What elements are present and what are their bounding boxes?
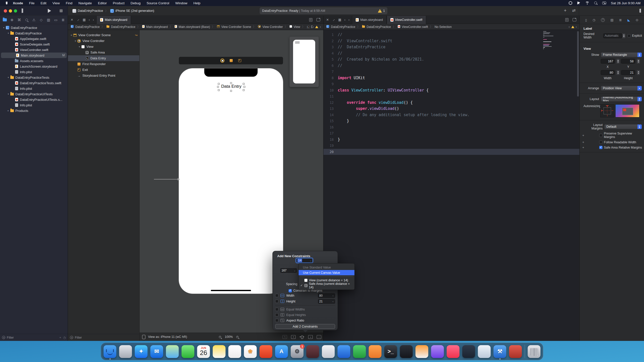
disclosure-icon[interactable]: ▾ xyxy=(7,32,10,34)
tree-item-info-plist[interactable]: Info.plist xyxy=(0,102,68,108)
expand-editor-icon[interactable]: ↔ xyxy=(75,17,80,22)
update-frames-button[interactable]: ↻ xyxy=(283,335,287,339)
dock-icon-safari[interactable]: ✦ xyxy=(135,345,148,358)
menu-editor[interactable]: Editor xyxy=(95,0,110,6)
inspector-tab-size-inspector[interactable]: ◣ xyxy=(627,18,630,22)
menu-file[interactable]: File xyxy=(26,0,38,6)
forward-icon[interactable]: › xyxy=(348,18,349,22)
breadcrumb-main-storyboard-base-[interactable]: Main.storyboard (Base) xyxy=(179,25,210,29)
navigator-tab-project-navigator[interactable] xyxy=(2,17,8,23)
tree-item-dataentrypracticeuitests[interactable]: ▾DataEntryPracticeUITests xyxy=(0,91,68,97)
scene-thumbnail[interactable] xyxy=(290,37,319,87)
breadcrumb-view-controller[interactable]: View Controller xyxy=(262,25,283,29)
menu-edit[interactable]: Edit xyxy=(37,0,49,6)
dock-icon-xcode[interactable]: ⚒ xyxy=(494,345,506,358)
back-icon[interactable]: ‹ xyxy=(344,18,345,22)
dock-icon-brave[interactable] xyxy=(260,345,272,358)
dock-icon-simulator[interactable] xyxy=(478,345,491,358)
navigator-tab-debug-navigator[interactable]: ▥ xyxy=(46,17,52,23)
tree-item-info-plist[interactable]: Info.plist xyxy=(0,86,68,91)
dock-icon-utilities[interactable] xyxy=(509,345,522,358)
tree-item-products[interactable]: ▸Products xyxy=(0,108,68,113)
code-minimap[interactable] xyxy=(543,31,555,107)
outline-item-storyboard-entry-point[interactable]: Storyboard Entry Point xyxy=(68,73,139,78)
code-line-8[interactable]: 8import UIKit xyxy=(324,75,579,81)
menu-product[interactable]: Product xyxy=(110,0,128,6)
code-line-3[interactable]: 3// DataEntryPractice xyxy=(324,44,579,50)
x-field[interactable]: 167 xyxy=(601,59,615,64)
menu-source-control[interactable]: Source Control xyxy=(144,0,172,6)
toggle-inspectors-button[interactable] xyxy=(640,9,641,13)
inspector-tab-identity-inspector[interactable]: ▤ xyxy=(610,18,613,22)
outline-item-first-responder[interactable]: First Responder xyxy=(68,61,139,67)
scheme-app-name[interactable]: DataEntryPractice xyxy=(78,9,103,13)
navigator-tab-issue-navigator[interactable]: ⚠ xyxy=(31,17,37,23)
navigator-filter-input[interactable]: Filter xyxy=(7,336,14,339)
width-constraint-checkbox[interactable] xyxy=(275,294,278,297)
breadcrumb-main-storyboard[interactable]: Main.storyboard xyxy=(146,25,168,29)
add-editor-icon[interactable] xyxy=(316,18,320,21)
code-scrollbar[interactable] xyxy=(577,31,579,97)
add-editor-icon[interactable] xyxy=(573,18,576,21)
tree-item-dataentrypracticetests-swift[interactable]: DataEntryPracticeTests.swift xyxy=(0,80,68,86)
aspect-ratio-checkbox[interactable] xyxy=(275,319,278,322)
menu-navigate[interactable]: Navigate xyxy=(75,0,95,6)
scheme-device-name[interactable]: iPhone SE (2nd generation) xyxy=(115,9,154,13)
first-responder-icon[interactable] xyxy=(230,59,233,62)
exit-icon[interactable] xyxy=(238,59,241,62)
scene-arrow-icon[interactable]: ↪ xyxy=(135,33,137,37)
code-line-17[interactable]: 17 xyxy=(324,130,579,137)
outline-item-view[interactable]: ▾View xyxy=(68,44,139,50)
disclosure-icon[interactable]: ▾ xyxy=(77,46,81,48)
navigator-tab-breakpoint-navigator[interactable]: ▭ xyxy=(53,17,59,23)
dock-icon-messages[interactable] xyxy=(182,345,194,358)
menu-debug[interactable]: Debug xyxy=(128,0,144,6)
desired-width-stepper[interactable] xyxy=(622,33,625,38)
y-field[interactable]: 58 xyxy=(621,59,635,64)
recent-files-icon[interactable]: + xyxy=(59,336,61,339)
minimize-window-button[interactable] xyxy=(9,9,12,13)
outline-item-exit[interactable]: Exit xyxy=(68,67,139,73)
dock-icon-numbers[interactable] xyxy=(353,345,366,358)
stop-button[interactable] xyxy=(60,9,63,12)
toggle-navigator-button[interactable] xyxy=(22,8,22,13)
code-line-10[interactable]: 10class ViewController: UIViewController… xyxy=(324,87,579,94)
kite-status-icon[interactable] xyxy=(577,1,581,5)
device-icon[interactable] xyxy=(142,335,145,339)
tab-main-storyboard[interactable]: Main.storyboard xyxy=(96,16,131,24)
breadcrumb-dataentrypractice[interactable]: DataEntryPractice xyxy=(331,25,355,29)
menu-view[interactable]: View xyxy=(50,0,63,6)
control-center-icon[interactable] xyxy=(602,2,606,5)
tree-item-dataentrypractice[interactable]: ▾DataEntryPractice xyxy=(0,25,68,30)
code-line-20[interactable]: 20 xyxy=(324,149,579,155)
breadcrumb-view[interactable]: View xyxy=(294,25,300,29)
issue-forward-icon[interactable]: › xyxy=(576,25,577,29)
align-button[interactable]: ≡ xyxy=(291,335,296,339)
resolve-autolayout-button[interactable]: ▵ xyxy=(308,335,313,339)
warning-count[interactable]: 1 xyxy=(383,9,385,13)
breadcrumb-dataentrypractice[interactable]: DataEntryPractice xyxy=(75,25,100,29)
top-spacing-field[interactable]: 14⌄ xyxy=(296,258,313,263)
zoom-out-icon[interactable]: − xyxy=(219,336,221,338)
dock-icon-notes[interactable] xyxy=(213,345,226,358)
code-editor[interactable]: 1//2// ViewController.swift3// DataEntry… xyxy=(324,30,579,341)
height-constraint-value[interactable]: 21⌄ xyxy=(318,299,335,304)
zoom-level[interactable]: 100% xyxy=(225,335,233,339)
code-line-9[interactable]: 9 xyxy=(324,81,579,87)
expand-editor-icon[interactable]: ↔ xyxy=(331,17,336,22)
inspector-tab-attributes-inspector[interactable]: ≣ xyxy=(619,18,622,22)
tree-item-appdelegate-swift[interactable]: AppDelegate.swift xyxy=(0,36,68,41)
dock-icon-maps[interactable] xyxy=(166,345,179,358)
forward-icon[interactable]: › xyxy=(93,18,94,22)
outline-item-safe-area[interactable]: Safe Area xyxy=(68,50,139,55)
code-line-6[interactable]: 6// xyxy=(324,63,579,69)
dock-icon-vscode[interactable] xyxy=(462,345,475,358)
dock-icon-photos[interactable]: ❀ xyxy=(244,345,257,358)
dock-icon-terminal[interactable]: >_ xyxy=(384,345,397,358)
dock-icon-reminders[interactable] xyxy=(228,345,241,358)
tab-viewcontroller-swift[interactable]: ViewController.swift xyxy=(387,16,426,24)
code-line-16[interactable]: 16 xyxy=(324,124,579,130)
breadcrumb-viewcontroller-swift[interactable]: ViewController.swift xyxy=(402,25,428,29)
dock-icon-launchpad[interactable] xyxy=(119,345,132,358)
outline-item-view-controller-scene[interactable]: ▾View Controller Scene↪ xyxy=(68,32,139,38)
